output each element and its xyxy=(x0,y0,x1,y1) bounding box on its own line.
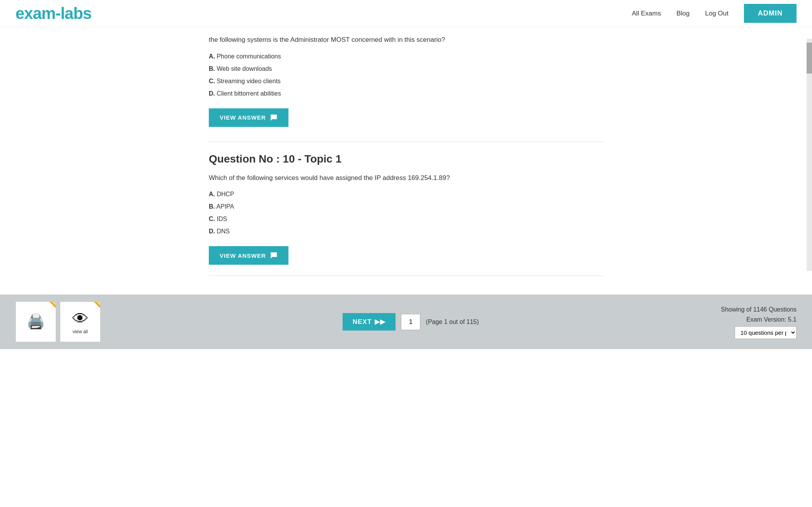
question-9-partial: the following systems is the Administrat… xyxy=(209,27,603,131)
chat-icon-q10 xyxy=(270,252,278,259)
nav-all-exams[interactable]: All Exams xyxy=(632,10,661,17)
question-10-heading: Question No : 10 - Topic 1 xyxy=(209,153,603,165)
footer-center: NEXT ▶▶ (Page 1 out of 115) xyxy=(343,313,479,331)
footer-right: Showing of 1146 Questions Exam Version: … xyxy=(721,305,797,339)
premium-card-printer[interactable]: PREMIUM 🖨️ xyxy=(15,301,56,342)
view-all-label: view all xyxy=(73,329,88,334)
footer-left: PREMIUM 🖨️ PREMIUM 👁 view all xyxy=(15,301,101,342)
view-answer-label-q10: VIEW ANSWER xyxy=(220,252,266,259)
q9-option-d: D. Client bittorrent abilities xyxy=(209,89,603,98)
question-9-options: A. Phone communications B. Web site down… xyxy=(209,52,603,98)
premium-ribbon-2: PREMIUM xyxy=(73,302,100,329)
q9-option-c: C. Streaming video clients xyxy=(209,77,603,86)
page-info: (Page 1 out of 115) xyxy=(426,319,479,325)
q9-option-b: B. Web site downloads xyxy=(209,64,603,74)
per-page-container: 5 questions per page 10 questions per pa… xyxy=(721,326,797,339)
chat-icon-q9 xyxy=(270,114,278,122)
showing-label: Showing of 1146 Questions xyxy=(721,305,797,315)
scrollbar-thumb[interactable] xyxy=(807,43,812,74)
footer-bar: PREMIUM 🖨️ PREMIUM 👁 view all NEXT ▶▶ (P… xyxy=(0,295,812,349)
next-label: NEXT xyxy=(353,318,372,326)
q10-option-a: A. DHCP xyxy=(209,190,603,199)
view-answer-label-q9: VIEW ANSWER xyxy=(220,114,266,121)
view-answer-button-q9[interactable]: VIEW ANSWER xyxy=(209,108,288,127)
premium-ribbon-1: PREMIUM xyxy=(29,302,56,329)
question-9-partial-text: the following systems is the Administrat… xyxy=(209,35,603,45)
question-10: Question No : 10 - Topic 1 Which of the … xyxy=(209,153,603,265)
q10-option-c: C. IDS xyxy=(209,214,603,224)
premium-label-1: PREMIUM xyxy=(37,302,56,311)
logo: exam-labs xyxy=(15,4,91,23)
q10-option-b: B. APIPA xyxy=(209,202,603,211)
premium-label-2: PREMIUM xyxy=(82,302,100,311)
scrollbar[interactable] xyxy=(807,39,812,271)
nav: All Exams Blog Log Out ADMIN xyxy=(632,4,797,23)
admin-button[interactable]: ADMIN xyxy=(744,4,797,23)
header: exam-labs All Exams Blog Log Out ADMIN xyxy=(0,0,812,27)
question-10-options: A. DHCP B. APIPA C. IDS D. DNS xyxy=(209,190,603,236)
exam-version-label: Exam Version: 5.1 xyxy=(721,315,797,325)
divider-2 xyxy=(209,276,603,276)
divider-1 xyxy=(209,142,603,142)
next-arrows-icon: ▶▶ xyxy=(375,318,386,326)
premium-card-view-all[interactable]: PREMIUM 👁 view all xyxy=(60,301,101,342)
q10-option-d: D. DNS xyxy=(209,227,603,236)
per-page-select[interactable]: 5 questions per page 10 questions per pa… xyxy=(735,326,797,339)
next-button[interactable]: NEXT ▶▶ xyxy=(343,313,396,331)
main-content: the following systems is the Administrat… xyxy=(193,27,619,295)
page-number-input[interactable] xyxy=(401,314,420,330)
question-10-text: Which of the following services would ha… xyxy=(209,173,603,183)
nav-blog[interactable]: Blog xyxy=(676,10,689,17)
nav-logout[interactable]: Log Out xyxy=(705,10,729,17)
q9-option-a: A. Phone communications xyxy=(209,52,603,61)
view-answer-button-q10[interactable]: VIEW ANSWER xyxy=(209,246,288,265)
